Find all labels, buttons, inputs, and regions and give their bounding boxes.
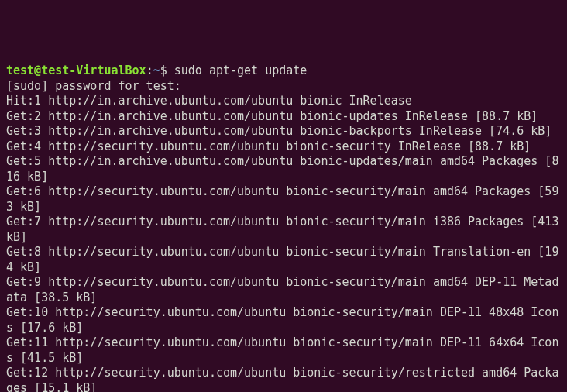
output-line: Get:8 http://security.ubuntu.com/ubuntu … bbox=[6, 245, 558, 274]
output-line: Get:9 http://security.ubuntu.com/ubuntu … bbox=[6, 275, 558, 304]
output-line: Hit:1 http://in.archive.ubuntu.com/ubunt… bbox=[6, 94, 412, 108]
output-line: Get:7 http://security.ubuntu.com/ubuntu … bbox=[6, 215, 565, 244]
terminal-window[interactable]: test@test-VirtualBox:~$ sudo apt-get upd… bbox=[6, 64, 561, 392]
output-line: Get:6 http://security.ubuntu.com/ubuntu … bbox=[6, 184, 558, 214]
output-line: Get:10 http://security.ubuntu.com/ubuntu… bbox=[6, 305, 558, 335]
output-line: Get:11 http://security.ubuntu.com/ubuntu… bbox=[6, 335, 558, 365]
prompt-line: test@test-VirtualBox:~$ sudo apt-get upd… bbox=[6, 64, 307, 77]
output-line: [sudo] password for test: bbox=[6, 79, 181, 93]
command-text: sudo apt-get update bbox=[174, 64, 308, 77]
output-line: Get:12 http://security.ubuntu.com/ubuntu… bbox=[6, 366, 558, 392]
prompt-path: ~ bbox=[153, 64, 160, 77]
output-line: Get:2 http://in.archive.ubuntu.com/ubunt… bbox=[6, 109, 538, 123]
prompt-user-host: test@test-VirtualBox bbox=[6, 64, 146, 77]
output-line: Get:5 http://in.archive.ubuntu.com/ubunt… bbox=[6, 154, 558, 184]
output-line: Get:3 http://in.archive.ubuntu.com/ubunt… bbox=[6, 124, 552, 138]
output-line: Get:4 http://security.ubuntu.com/ubuntu … bbox=[6, 139, 531, 153]
prompt-colon: : bbox=[146, 64, 153, 77]
prompt-dollar: $ bbox=[160, 64, 174, 77]
